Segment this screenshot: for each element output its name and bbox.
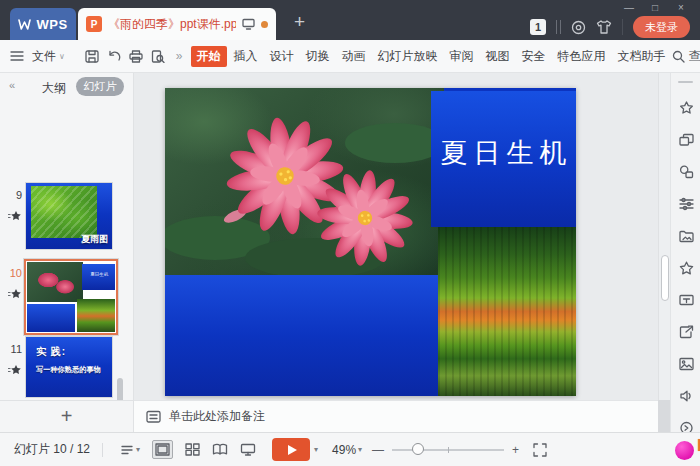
message-center-icon[interactable] (571, 20, 586, 35)
wps-logo-icon (18, 19, 31, 30)
login-button[interactable]: 未登录 (633, 16, 690, 38)
ribbon-tab-design[interactable]: 设计 (265, 46, 299, 67)
slide-number: 9 (0, 189, 22, 201)
zoom-slider-handle[interactable] (412, 443, 424, 455)
ribbon-tab-view[interactable]: 视图 (481, 46, 515, 67)
animation-star-icon[interactable] (8, 365, 21, 376)
slide-number-selected: 10 (0, 267, 22, 279)
image-icon[interactable] (679, 357, 694, 371)
canvas-scrollbar[interactable] (658, 73, 670, 400)
shapes-icon[interactable] (679, 165, 694, 179)
current-slide[interactable]: 夏日生机 (165, 88, 576, 396)
ribbon-tab-doc-assistant[interactable]: 文档助手 (613, 46, 671, 67)
find-label: 查找 (689, 48, 700, 65)
wps-brand-label: WPS (36, 17, 67, 32)
slide-title-text[interactable]: 夏日生机 (431, 135, 576, 171)
panel-handle-icon[interactable] (678, 81, 693, 83)
slide-counter: 幻灯片 10 / 12 (14, 441, 90, 458)
titlebar-divider (622, 19, 623, 35)
animation-star-icon[interactable] (8, 289, 21, 300)
notes-bar[interactable]: 单击此处添加备注 (134, 400, 658, 432)
favorites-icon[interactable] (679, 261, 694, 275)
tab-outline[interactable]: 大纲 (42, 80, 66, 97)
slide-sorter-icon[interactable] (185, 443, 200, 456)
monitor-icon[interactable] (242, 18, 255, 30)
save-icon[interactable] (85, 50, 99, 63)
wps-presentation-window: WPS P 《雨的四季》ppt课件.ppt + — □ × 1 未登 (0, 0, 700, 466)
ribbon-tab-special-features[interactable]: 特色应用 (553, 46, 611, 67)
skin-icon[interactable] (596, 20, 612, 34)
slide-thumbnail-11[interactable]: 实 践: 写一种你熟悉的事物 (26, 337, 112, 397)
docs-list-icon (556, 20, 561, 34)
search-icon (672, 50, 685, 63)
ribbon-tab-security[interactable]: 安全 (517, 46, 551, 67)
blue-box-mini (27, 304, 75, 332)
slide-panel-header: « 大纲 幻灯片 (0, 73, 133, 101)
ribbon-tab-transition[interactable]: 切换 (301, 46, 335, 67)
textbox-icon[interactable] (679, 293, 694, 307)
document-tab-title: 《雨的四季》ppt课件.ppt (108, 16, 236, 33)
open-docs-count-badge[interactable]: 1 (530, 19, 546, 35)
zoom-caret-icon[interactable]: ▾ (358, 445, 362, 454)
audio-icon[interactable] (679, 389, 694, 403)
tab-slides[interactable]: 幻灯片 (76, 77, 124, 96)
resources-icon[interactable] (679, 229, 694, 243)
play-icon (288, 445, 297, 455)
ribbon-tab-home[interactable]: 开始 (191, 46, 227, 67)
forest-photo[interactable] (438, 227, 576, 396)
lotus-photo[interactable] (165, 88, 444, 275)
animation-star-icon[interactable] (8, 211, 21, 222)
new-tab-button[interactable]: + (294, 12, 305, 31)
print-icon[interactable] (129, 50, 143, 63)
blue-rectangle[interactable] (165, 275, 438, 396)
canvas-scrollbar-thumb[interactable] (661, 255, 669, 301)
collapse-panel-button[interactable]: « (9, 79, 15, 91)
zoom-out-button[interactable]: — (372, 443, 384, 457)
file-menu[interactable]: 文件 (32, 48, 56, 65)
effects-icon[interactable] (679, 101, 694, 115)
add-slide-button[interactable]: + (0, 400, 134, 432)
ribbon-tab-animation[interactable]: 动画 (337, 46, 371, 67)
ribbon-tab-review[interactable]: 审阅 (445, 46, 479, 67)
properties-icon[interactable] (679, 197, 694, 211)
wps-home-tab[interactable]: WPS (10, 8, 76, 40)
slideshow-view-icon[interactable] (240, 443, 256, 456)
zoom-slider-tick (448, 447, 449, 453)
reading-view-icon[interactable] (212, 443, 228, 456)
lotus-image-mini (27, 262, 83, 302)
slide-thumbnail-9[interactable]: 夏雨图 (26, 183, 112, 249)
slide-panel: « 大纲 幻灯片 9 夏雨图 10 夏日生机 11 实 践: 写一种你熟悉的事物 (0, 73, 134, 400)
zoom-in-button[interactable]: + (512, 443, 519, 457)
statusbar: 幻灯片 10 / 12 ▾ ▾ 49% ▾ — + (0, 432, 700, 466)
hamburger-icon[interactable] (10, 50, 24, 62)
undo-icon[interactable] (107, 50, 121, 63)
find-button[interactable]: 查找 (672, 48, 700, 65)
slide-thumbnail-10-selected[interactable]: 夏日生机 (24, 259, 118, 335)
layers-icon[interactable] (679, 133, 694, 147)
menubar-right-cluster: 查找 ? ⋮ ∨ (672, 48, 700, 65)
ribbon-tab-slideshow[interactable]: 幻灯片放映 (373, 46, 443, 67)
editing-canvas[interactable]: 夏日生机 (134, 73, 658, 400)
play-slideshow-button[interactable] (272, 438, 310, 461)
normal-view-icon[interactable] (152, 440, 173, 459)
notes-placeholder[interactable]: 单击此处添加备注 (169, 408, 265, 425)
summer-rain-leaves-image (31, 186, 97, 238)
zoom-level[interactable]: 49% (332, 443, 356, 457)
print-preview-icon[interactable] (151, 50, 165, 63)
unsaved-dot-icon (261, 21, 268, 28)
downyi-logo-icon (675, 441, 694, 460)
notes-icon (146, 410, 161, 424)
quick-toolbar-more[interactable]: » (176, 49, 183, 63)
fit-to-window-icon[interactable] (533, 443, 547, 457)
slide-title-box[interactable]: 夏日生机 (431, 91, 576, 227)
title-box-mini: 夏日生机 (82, 264, 115, 290)
zoom-slider[interactable] (392, 449, 504, 451)
forest-image-mini (77, 299, 115, 332)
thumbnail-subtitle: 写一种你熟悉的事物 (36, 365, 101, 375)
menubar: 文件 ∨ » 开始 插入 设计 切换 动画 幻灯片放映 审阅 视图 安全 特色应… (0, 40, 700, 73)
document-tab[interactable]: P 《雨的四季》ppt课件.ppt (78, 8, 276, 40)
share-icon[interactable] (679, 325, 694, 339)
notes-toggle-icon[interactable]: ▾ (121, 444, 140, 456)
ribbon-tab-insert[interactable]: 插入 (229, 46, 263, 67)
play-options-caret-icon[interactable]: ▾ (314, 445, 318, 454)
